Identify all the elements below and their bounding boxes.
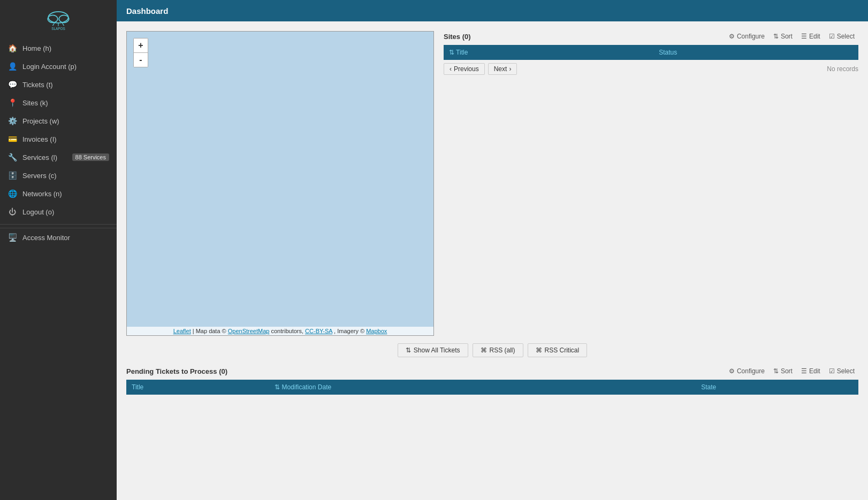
sidebar-item-projects-label: Projects (w) [22,117,59,125]
pending-select-label: Select [837,367,855,375]
sites-pagination: ‹ Previous Next › No records [444,63,858,75]
sidebar-item-home[interactable]: 🏠 Home (h) [0,39,117,57]
networks-icon: 🌐 [7,189,17,198]
sidebar-nav: 🏠 Home (h) 👤 Login Account (p) 💬 Tickets… [0,39,117,500]
sidebar-item-logout-label: Logout (o) [22,208,54,216]
pending-configure-button[interactable]: ⚙ Configure [725,366,768,376]
rss-critical-icon: ⌘ [536,347,542,354]
sites-select-button[interactable]: ☑ Select [825,31,858,42]
sites-next-label: Next [494,65,507,73]
pending-edit-button[interactable]: ☰ Edit [797,366,824,376]
sidebar-item-access-monitor[interactable]: 🖥️ Access Monitor [0,228,117,247]
sites-previous-label: Previous [454,65,479,73]
sites-select-label: Select [837,33,855,40]
sites-previous-button[interactable]: ‹ Previous [444,63,485,75]
pending-tickets-table: Title ⇅ Modification Date State [126,380,858,395]
sidebar-item-projects[interactable]: ⚙️ Projects (w) [0,112,117,130]
sidebar-item-invoices[interactable]: 💳 Invoices (I) [0,130,117,148]
mapbox-link[interactable]: Mapbox [366,328,387,334]
user-icon: 👤 [7,61,17,71]
next-chevron-icon: › [509,65,511,73]
sidebar-item-login-label: Login Account (p) [22,63,77,71]
sidebar-item-networks[interactable]: 🌐 Networks (n) [0,184,117,203]
sites-status-sort-link[interactable]: Status [659,49,677,56]
sidebar-divider [0,224,117,225]
sites-edit-button[interactable]: ☰ Edit [797,31,824,42]
rss-critical-label: RSS Critical [545,347,580,354]
sidebar-item-logout[interactable]: ⏻ Logout (o) [0,203,117,221]
sites-table-header-row: ⇅ Title Status [444,45,858,60]
map-zoom-in-button[interactable]: + [134,39,148,52]
logout-icon: ⏻ [7,207,17,217]
ccbysa-link[interactable]: CC-BY-SA [305,328,332,334]
edit-icon: ☰ [801,33,807,40]
show-all-tickets-button[interactable]: ⇅ Show All Tickets [398,343,468,357]
sites-panel: Sites (0) ⚙ Configure ⇅ Sort ☰ Edit [444,31,858,77]
pending-tickets-title: Pending Tickets to Process (0) [126,367,721,375]
sites-next-button[interactable]: Next › [488,63,517,75]
pending-date-sort-link[interactable]: ⇅ Modification Date [275,383,331,391]
svg-line-3 [53,22,55,26]
sidebar-item-services[interactable]: 🔧 Services (l) 88 Services [0,148,117,166]
rss-all-icon: ⌘ [481,347,487,354]
pending-tickets-thead: Title ⇅ Modification Date State [126,380,858,395]
tickets-icon: 💬 [7,80,17,89]
pending-configure-label: Configure [737,367,765,375]
pending-tickets-header: Pending Tickets to Process (0) ⚙ Configu… [126,366,858,376]
map-container[interactable]: + - Leaflet | Map data © OpenStreetMap c… [126,31,434,336]
sidebar-item-tickets[interactable]: 💬 Tickets (t) [0,75,117,94]
sites-icon: 📍 [7,98,17,107]
rss-critical-button[interactable]: ⌘ RSS Critical [528,343,588,357]
sidebar-item-servers-label: Servers (c) [22,172,57,180]
page-title: Dashboard [126,6,168,16]
show-all-tickets-label: Show All Tickets [414,347,460,354]
leaflet-link[interactable]: Leaflet [173,328,191,334]
servers-icon: 🗄️ [7,171,17,180]
rss-all-button[interactable]: ⌘ RSS (all) [473,343,523,357]
sidebar-item-access-monitor-label: Access Monitor [22,234,70,242]
sidebar-item-servers[interactable]: 🗄️ Servers (c) [0,166,117,184]
pending-tickets-toolbar: ⚙ Configure ⇅ Sort ☰ Edit ☑ Select [725,366,858,376]
map-zoom-controls: + - [133,38,148,67]
map-zoom-out-button[interactable]: - [134,53,148,67]
tickets-icon-btn: ⇅ [406,347,411,354]
map-background [127,32,433,335]
pending-tickets-header-row: Title ⇅ Modification Date State [126,380,858,395]
select-icon: ☑ [829,33,835,40]
sidebar-item-home-label: Home (h) [22,44,51,52]
pending-sort-label: Sort [781,367,793,375]
map-attribution: Leaflet | Map data © OpenStreetMap contr… [127,327,433,335]
pending-tickets-section: Pending Tickets to Process (0) ⚙ Configu… [126,366,858,395]
sites-edit-label: Edit [809,33,820,40]
pending-state-sort-link[interactable]: State [701,383,716,391]
topbar: Dashboard [117,0,868,21]
pending-select-button[interactable]: ☑ Select [825,366,858,376]
sidebar-item-services-label: Services (l) [22,153,57,161]
sites-configure-button[interactable]: ⚙ Configure [725,31,768,42]
invoices-icon: 💳 [7,134,17,144]
slapos-logo: SLAPOS [40,7,77,32]
pending-edit-icon: ☰ [801,367,807,375]
content-area: + - Leaflet | Map data © OpenStreetMap c… [117,21,868,500]
osm-link[interactable]: OpenStreetMap [228,328,270,334]
sites-panel-toolbar: ⚙ Configure ⇅ Sort ☰ Edit ☑ [725,31,858,42]
pending-title-sort-link[interactable]: Title [132,383,143,391]
sort-icon: ⇅ [773,33,779,40]
pending-col-modification-date: ⇅ Modification Date [269,380,696,395]
sidebar-item-login-account[interactable]: 👤 Login Account (p) [0,57,117,75]
pending-sort-button[interactable]: ⇅ Sort [770,366,796,376]
sites-title-sort-link[interactable]: ⇅ Title [449,49,468,56]
sites-sort-button[interactable]: ⇅ Sort [770,31,796,42]
monitor-icon: 🖥️ [7,233,17,242]
services-icon: 🔧 [7,152,17,162]
sites-sort-label: Sort [781,33,793,40]
pending-select-icon: ☑ [829,367,835,375]
pending-edit-label: Edit [809,367,820,375]
services-badge: 88 Services [72,153,109,161]
sidebar-item-sites[interactable]: 📍 Sites (k) [0,94,117,112]
sites-col-title: ⇅ Title [444,45,653,60]
prev-chevron-icon: ‹ [450,65,452,73]
sidebar-item-sites-label: Sites (k) [22,99,48,107]
sites-table: ⇅ Title Status [444,45,858,60]
projects-icon: ⚙️ [7,116,17,126]
